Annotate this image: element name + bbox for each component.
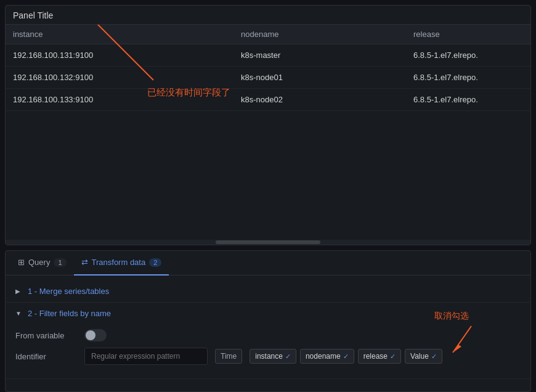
cell-nodename-1: k8s-node01: [233, 67, 406, 89]
field-tag-value[interactable]: Value ✓: [405, 349, 442, 364]
cell-release-2: 6.8.5-1.el7.elrepo.: [406, 89, 530, 111]
field-tag-value-label: Value: [410, 352, 429, 361]
toggle-track: [84, 329, 107, 341]
check-icon-release: ✓: [390, 353, 396, 361]
tab-transform[interactable]: ⇄ Transform data 2: [74, 251, 169, 276]
identifier-row: Identifier Time instance ✓ nodename ✓: [15, 348, 521, 365]
field-tags: instance ✓ nodename ✓ release ✓: [250, 349, 442, 364]
from-variable-row: From variable: [15, 329, 521, 341]
tab-query[interactable]: ⊞ Query 1: [10, 251, 74, 276]
main-container: Panel Title instance nodename release 19…: [0, 0, 536, 392]
tab-transform-label: Transform data: [92, 258, 146, 267]
cell-release-0: 6.8.5-1.el7.elrepo.: [406, 44, 530, 67]
cell-nodename-0: k8s-master: [233, 44, 406, 67]
table-row: 192.168.100.132:9100 k8s-node01 6.8.5-1.…: [6, 67, 530, 89]
tab-query-label: Query: [28, 258, 50, 267]
transform-item-1: 1 - Merge series/tables: [6, 280, 530, 303]
field-tag-nodename[interactable]: nodename ✓: [300, 349, 354, 364]
check-icon-value: ✓: [431, 353, 437, 361]
check-icon-nodename: ✓: [343, 353, 349, 361]
tab-query-badge: 1: [54, 258, 66, 267]
field-tag-nodename-label: nodename: [306, 352, 341, 361]
check-icon-instance: ✓: [285, 353, 291, 361]
transform-1-header[interactable]: 1 - Merge series/tables: [6, 280, 530, 302]
cell-instance-0: 192.168.100.131:9100: [6, 44, 233, 67]
transform-item-2: 2 - Filter fields by name From variable: [6, 303, 530, 379]
transform-content: 1 - Merge series/tables 2 - Filter field…: [6, 276, 530, 391]
field-tag-instance-label: instance: [255, 352, 283, 361]
scrollbar[interactable]: [6, 240, 530, 245]
time-tag[interactable]: Time: [215, 349, 242, 364]
cell-release-1: 6.8.5-1.el7.elrepo.: [406, 67, 530, 89]
panel-title: Panel Title: [6, 6, 530, 25]
field-tag-instance[interactable]: instance ✓: [250, 349, 296, 364]
table-row: 192.168.100.133:9100 k8s-node02 6.8.5-1.…: [6, 89, 530, 111]
from-variable-toggle[interactable]: [84, 329, 107, 341]
col-header-release: release: [406, 25, 530, 44]
tab-transform-badge: 2: [149, 258, 161, 267]
transform-2-title: 2 - Filter fields by name: [28, 309, 111, 318]
transform-1-title: 1 - Merge series/tables: [28, 287, 109, 296]
table-row: 192.168.100.131:9100 k8s-master 6.8.5-1.…: [6, 44, 530, 67]
field-tag-release-label: release: [363, 352, 388, 361]
identifier-input[interactable]: [84, 348, 208, 365]
field-tag-release[interactable]: release ✓: [358, 349, 401, 364]
cell-nodename-2: k8s-node02: [233, 89, 406, 111]
cell-instance-1: 192.168.100.132:9100: [6, 67, 233, 89]
scrollbar-thumb[interactable]: [216, 240, 320, 244]
transform-2-body: From variable Identifier Time: [6, 324, 530, 378]
chevron-icon-1: [15, 288, 23, 295]
identifier-label: Identifier: [15, 352, 77, 361]
tabs-header: ⊞ Query 1 ⇄ Transform data 2: [6, 251, 530, 276]
cell-instance-2: 192.168.100.133:9100: [6, 89, 233, 111]
tabs-section: ⊞ Query 1 ⇄ Transform data 2 1 - Merge s…: [5, 250, 531, 392]
data-panel: Panel Title instance nodename release 19…: [5, 5, 531, 245]
from-variable-label: From variable: [15, 331, 77, 340]
database-icon: ⊞: [18, 258, 25, 267]
data-table: instance nodename release 192.168.100.13…: [6, 25, 530, 111]
col-header-nodename: nodename: [233, 25, 406, 44]
col-header-instance: instance: [6, 25, 233, 44]
transform-icon: ⇄: [81, 258, 88, 267]
toggle-thumb: [86, 330, 95, 340]
chevron-icon-2: [15, 310, 23, 317]
transform-2-header[interactable]: 2 - Filter fields by name: [6, 303, 530, 324]
